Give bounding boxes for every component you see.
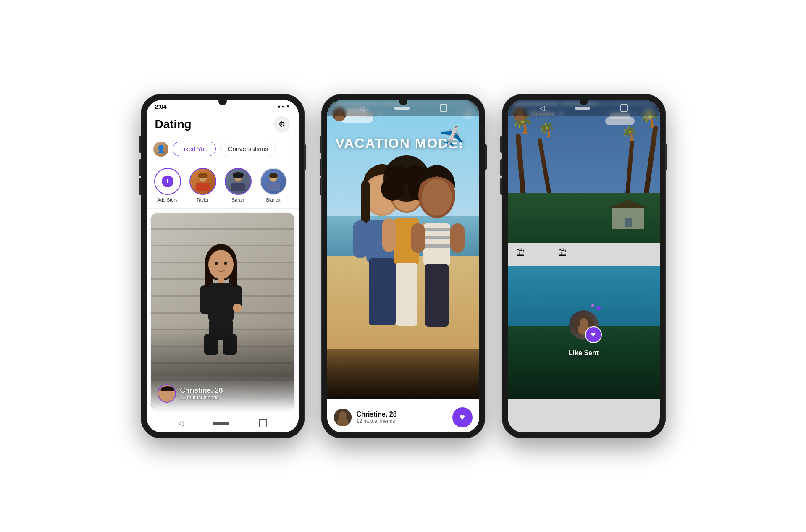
svg-rect-25: [233, 304, 242, 312]
add-story-icon: +: [162, 176, 173, 187]
bianca-circle[interactable]: [260, 168, 287, 195]
phone-1: 2:04 ■ ● ▼ Dating ⚙ 👤 Liked You: [141, 94, 305, 438]
mutual-friends: 12 mutual friends: [180, 395, 223, 401]
bottom-nav-1: ◁: [147, 414, 299, 432]
svg-rect-9: [242, 183, 245, 191]
liked-you-tab[interactable]: Liked You: [173, 142, 216, 156]
story-overlay-3: Christine 2h ··· ✕: [508, 100, 660, 432]
home-nav-3[interactable]: [575, 107, 590, 110]
home-button-1[interactable]: [213, 422, 229, 425]
sarah-circle[interactable]: [225, 168, 252, 195]
stories-row: + Add Story: [147, 162, 299, 209]
profile-info-bar: Christine, 28 12 mutual friends: [151, 376, 294, 409]
camera-notch-3: [580, 97, 588, 105]
story-fullscreen-2: Christine 3h ··· ✕ VACATION MODE! ✈️: [327, 100, 479, 432]
app-title: Dating: [155, 118, 192, 131]
bianca-label: Bianca: [266, 197, 281, 202]
story-sarah[interactable]: Sarah: [224, 168, 252, 202]
profile-name: Christine, 28: [180, 386, 223, 395]
tabs-row: 👤 Liked You Conversations: [147, 138, 299, 162]
home-nav-2[interactable]: [394, 107, 410, 110]
phone-2: Christine 3h ··· ✕ VACATION MODE! ✈️: [321, 94, 485, 438]
svg-point-64: [337, 417, 348, 426]
story-profile-name-2: Christine, 28: [357, 411, 397, 418]
conversations-tab[interactable]: Conversations: [220, 142, 276, 156]
svg-rect-13: [267, 183, 270, 191]
camera-notch-2: [399, 97, 407, 105]
like-animation: ♥: [563, 304, 605, 346]
add-story-circle[interactable]: +: [154, 168, 181, 195]
like-button-2[interactable]: ♥: [452, 407, 473, 427]
taylor-circle[interactable]: [189, 168, 216, 195]
svg-rect-14: [277, 183, 280, 191]
add-story-item[interactable]: + Add Story: [153, 168, 182, 202]
like-dot-2: [591, 304, 594, 307]
dating-header: Dating ⚙: [147, 112, 299, 138]
like-heart-icon: ♥: [585, 326, 602, 343]
svg-point-18: [208, 250, 234, 279]
story-content-2: VACATION MODE! ✈️: [327, 123, 479, 278]
sarah-avatar: [226, 169, 251, 194]
svg-point-20: [224, 262, 227, 265]
gear-icon: ⚙: [278, 120, 285, 129]
profile-mini-avatar: [158, 384, 176, 403]
story-bottom-2: Christine, 28 12 mutual friends ♥: [327, 402, 479, 432]
profile-text-info: Christine, 28 12 mutual friends: [180, 386, 223, 401]
profile-card[interactable]: Christine, 28 12 mutual friends: [151, 213, 294, 409]
bianca-avatar: [261, 169, 286, 194]
svg-rect-23: [200, 285, 209, 314]
svg-rect-8: [231, 183, 235, 191]
heart-icon-2: ♥: [459, 412, 465, 423]
recent-button-1[interactable]: [259, 419, 267, 427]
settings-button[interactable]: ⚙: [273, 116, 290, 133]
svg-point-19: [215, 262, 218, 265]
svg-rect-4: [206, 183, 210, 191]
phone-3: 🌴 🌴 🌴 🌴: [502, 94, 666, 438]
svg-rect-3: [196, 183, 200, 191]
add-story-label: Add Story: [157, 197, 177, 202]
taylor-avatar: [190, 169, 215, 194]
phones-container: 2:04 ■ ● ▼ Dating ⚙ 👤 Liked You: [141, 94, 666, 438]
story-mutual-friends-2: 12 mutual friends: [357, 418, 397, 424]
like-sent-overlay: ♥ Like Sent: [563, 304, 605, 357]
like-dot-1: [596, 306, 601, 310]
svg-rect-22: [208, 283, 234, 321]
taylor-label: Taylor: [197, 197, 209, 202]
camera-notch: [218, 97, 227, 105]
story-profile-avatar-2: [334, 409, 352, 426]
back-button-1[interactable]: ◁: [178, 419, 183, 427]
sarah-label: Sarah: [232, 197, 244, 202]
story-overlay-2: Christine 3h ··· ✕ VACATION MODE! ✈️: [327, 100, 479, 432]
story-taylor[interactable]: Taylor: [189, 168, 217, 202]
story-profile-text-2: Christine, 28 12 mutual friends: [357, 411, 397, 424]
user-avatar-tab[interactable]: 👤: [153, 142, 168, 157]
like-sent-label: Like Sent: [569, 349, 599, 357]
story-bianca[interactable]: Bianca: [259, 168, 288, 202]
story-fullscreen-3: 🌴 🌴 🌴 🌴: [508, 100, 660, 432]
like-avatar: ♥: [569, 310, 599, 340]
